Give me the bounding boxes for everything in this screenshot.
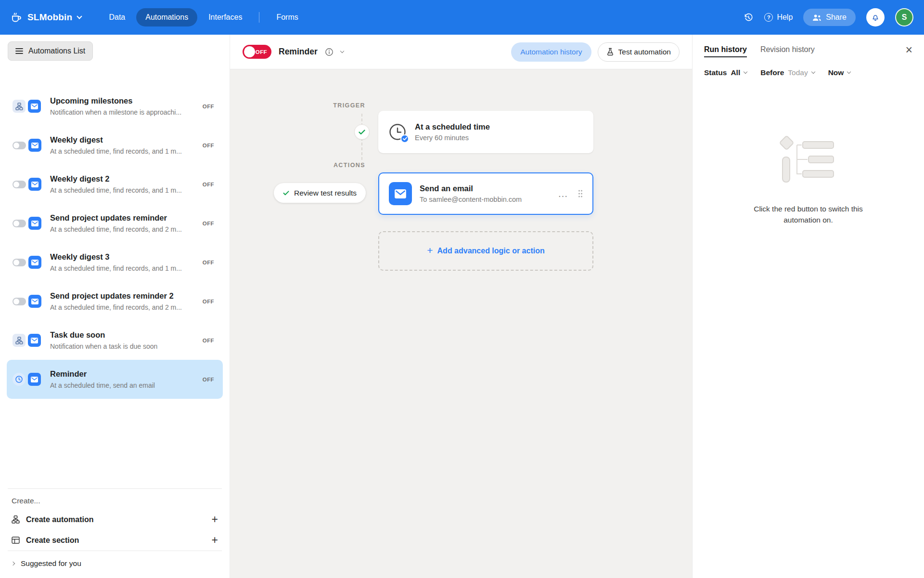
automation-item-description: At a scheduled time, find records, and 2…: [50, 303, 196, 311]
test-automation-button[interactable]: Test automation: [598, 42, 680, 62]
plus-icon[interactable]: +: [212, 535, 218, 546]
automation-mini-toggle[interactable]: [13, 142, 26, 149]
automation-item-title: Task due soon: [50, 330, 196, 340]
automation-list-item[interactable]: Task due soon Notification when a task i…: [7, 321, 223, 360]
action-title: Send an email: [420, 184, 522, 193]
trigger-success-icon: [354, 124, 370, 140]
help-label: Help: [777, 13, 793, 22]
verified-check-icon: [400, 134, 409, 143]
nav-forms[interactable]: Forms: [267, 8, 307, 26]
close-icon[interactable]: ×: [905, 44, 912, 56]
beaker-icon: [606, 48, 614, 56]
nav-data[interactable]: Data: [100, 8, 134, 26]
trigger-card[interactable]: At a scheduled time Every 60 minutes: [378, 111, 593, 153]
automation-item-title: Reminder: [50, 369, 196, 379]
create-automation-label: Create automation: [26, 515, 93, 524]
chevron-down-icon[interactable]: [811, 70, 815, 74]
drag-handle-icon[interactable]: [578, 189, 583, 198]
automation-item-title: Send project updates reminder 2: [50, 291, 196, 301]
automation-list-item[interactable]: Send project updates reminder 2 At a sch…: [7, 282, 223, 321]
workspace-switcher[interactable]: SLMobbin: [11, 12, 81, 23]
automation-status-badge: OFF: [203, 338, 217, 343]
scheduled-time-clock-icon: [388, 122, 407, 142]
mail-icon: [28, 139, 41, 152]
send-email-action-card[interactable]: Send an email To samlee@content-mobbin.c…: [378, 172, 593, 215]
automation-on-off-toggle[interactable]: OFF: [243, 45, 271, 59]
share-label: Share: [826, 13, 847, 22]
help-button[interactable]: ? Help: [764, 13, 793, 22]
share-button[interactable]: Share: [803, 9, 856, 26]
automation-list-item[interactable]: Send project updates reminder At a sched…: [7, 204, 223, 243]
status-filter-dropdown[interactable]: All: [731, 68, 747, 77]
clock-icon: [13, 373, 26, 386]
add-action-button[interactable]: + Add advanced logic or action: [378, 231, 593, 271]
automation-item-title: Weekly digest: [50, 135, 196, 144]
create-automation-button[interactable]: Create automation +: [0, 509, 230, 530]
automation-status-badge: OFF: [203, 221, 217, 226]
automation-icons: [13, 100, 43, 113]
flow-icon: [13, 100, 26, 113]
now-filter-value: Now: [828, 68, 844, 77]
automation-list-item[interactable]: Weekly digest 2 At a scheduled time, fin…: [7, 165, 223, 204]
automation-list-item[interactable]: Upcoming milestones Notification when a …: [7, 87, 223, 126]
flow-icon: [13, 334, 26, 347]
automation-text: Reminder At a scheduled time, send an em…: [50, 369, 196, 389]
trigger-subtitle: Every 60 minutes: [415, 134, 490, 142]
automations-list-label: Automations List: [28, 47, 85, 55]
automation-icons: [13, 178, 43, 191]
avatar[interactable]: S: [895, 8, 913, 26]
automation-text: Weekly digest 3 At a scheduled time, fin…: [50, 252, 196, 272]
test-automation-label: Test automation: [618, 48, 671, 56]
automation-item-description: At a scheduled time, send an email: [50, 381, 196, 389]
chevron-down-icon[interactable]: [340, 49, 344, 53]
before-filter-value[interactable]: Today: [788, 68, 808, 77]
run-history-empty-state: Click the red button to switch this auto…: [693, 136, 924, 226]
automation-status-badge: OFF: [203, 377, 217, 382]
automation-list-item[interactable]: Reminder At a scheduled time, send an em…: [7, 360, 223, 399]
automation-history-button[interactable]: Automation history: [511, 42, 591, 62]
actions-section-label: ACTIONS: [334, 162, 365, 169]
automation-mini-toggle[interactable]: [13, 298, 26, 305]
automations-list-button[interactable]: Automations List: [8, 41, 93, 61]
automation-item-description: At a scheduled time, find records, and 1…: [50, 264, 196, 272]
status-filter-value: All: [731, 68, 740, 77]
app-root: SLMobbin Data Automations Interfaces For…: [0, 0, 924, 578]
status-filter-label: Status: [704, 68, 727, 77]
toggle-label: OFF: [256, 49, 267, 55]
menu-icon: [15, 48, 23, 54]
automation-item-description: Notification when a task is due soon: [50, 342, 196, 350]
nav-automations[interactable]: Automations: [136, 8, 197, 26]
automation-mini-toggle[interactable]: [13, 181, 26, 188]
automation-item-title: Weekly digest 2: [50, 174, 196, 184]
automation-status-badge: OFF: [203, 182, 217, 187]
automation-text: Upcoming milestones Notification when a …: [50, 96, 196, 116]
now-filter-dropdown[interactable]: Now: [828, 68, 851, 77]
nav-separator: [259, 12, 259, 23]
more-options-icon[interactable]: …: [556, 188, 570, 199]
automation-item-description: Notification when a milestone is approac…: [50, 108, 196, 116]
automation-item-title: Send project updates reminder: [50, 213, 196, 223]
review-test-results-button[interactable]: Review test results: [274, 183, 366, 203]
history-icon[interactable]: [744, 13, 754, 23]
add-action-label: Add advanced logic or action: [437, 247, 545, 255]
automation-canvas: OFF Reminder Automation history: [230, 35, 692, 578]
notifications-button[interactable]: [866, 8, 885, 26]
automation-list-item[interactable]: Weekly digest 3 At a scheduled time, fin…: [7, 243, 223, 282]
chevron-right-icon: [11, 562, 15, 565]
create-section-button[interactable]: Create section +: [0, 530, 230, 551]
automation-mini-toggle[interactable]: [13, 220, 26, 227]
trigger-title: At a scheduled time: [415, 122, 490, 131]
mail-icon: [28, 373, 41, 386]
tab-run-history[interactable]: Run history: [704, 42, 747, 57]
plus-icon[interactable]: +: [212, 514, 218, 525]
automation-status-badge: OFF: [203, 143, 217, 148]
suggested-for-you[interactable]: Suggested for you: [0, 551, 230, 576]
suggested-label: Suggested for you: [21, 559, 81, 568]
help-icon: ?: [764, 13, 773, 22]
mail-icon: [28, 100, 41, 113]
automation-mini-toggle[interactable]: [13, 259, 26, 266]
info-icon[interactable]: [325, 48, 334, 56]
nav-interfaces[interactable]: Interfaces: [199, 8, 251, 26]
tab-revision-history[interactable]: Revision history: [760, 42, 815, 57]
automation-list-item[interactable]: Weekly digest At a scheduled time, find …: [7, 126, 223, 165]
